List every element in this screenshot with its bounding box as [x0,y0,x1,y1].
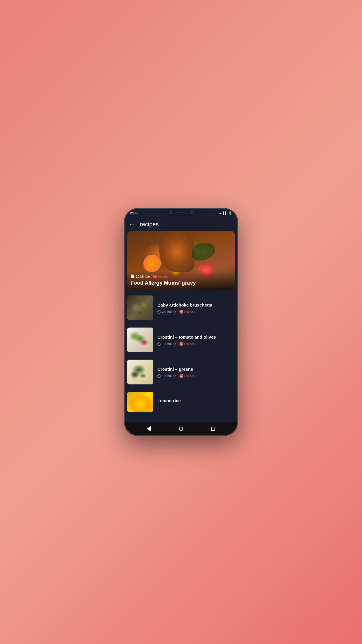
speaker [175,212,187,213]
recipe-meta: 35 Minute recipes [157,310,235,314]
phone-frame: 2:36 ⚙ 🛡 📋 ▲ ▌▌ 🔋 ← recipes [124,208,238,436]
hero-category-label: recipes [158,275,168,278]
signal-icon: ▌▌ [223,211,227,215]
recipe-list: Baby artichoke bruschetta 35 Minute reci… [124,290,238,416]
crostini-tomato-thumbnail-image [127,328,153,352]
nav-back-button[interactable] [144,424,154,434]
crostini-greens-thumbnail-image [127,360,153,384]
recipe-time: 10 Minute [157,342,176,346]
app-content: ← recipes 📄 10 Minute [124,218,238,422]
recipe-info: Crostini – greens 10 Minute recipes [157,366,235,378]
list-item[interactable]: Lemon rice [124,388,238,413]
bottom-nav [124,422,238,436]
food-leaves [192,243,215,260]
recipe-time-label: 10 Minute [162,342,176,346]
recipe-category: recipes [180,374,194,378]
artichoke-thumbnail-image [127,295,153,320]
front-sensor [190,211,193,214]
recipe-meta: 10 Minute recipes [157,342,235,346]
recipe-name: Baby artichoke bruschetta [157,302,235,308]
recipe-category-label: recipes [184,310,194,314]
recipe-thumbnail [127,360,153,384]
back-button[interactable]: ← [129,221,135,228]
status-right: ▲ ▌▌ 🔋 [219,211,232,215]
list-item[interactable]: Crostini – greens 10 Minute recipes [124,356,238,388]
back-triangle-icon [147,426,151,432]
nav-home-button[interactable] [176,424,186,434]
hero-overlay: 📄 10 Minute recipes Food Allergy Mums' g… [127,271,235,290]
hero-title: Food Allergy Mums' gravy [131,280,231,286]
nav-recent-button[interactable] [208,424,218,434]
clock-icon [157,342,161,346]
list-item[interactable]: Baby artichoke bruschetta 35 Minute reci… [124,292,238,324]
recipe-thumbnail [127,392,153,412]
recipe-thumbnail [127,328,153,352]
recipe-category: recipes [180,342,194,346]
recipe-time: 10 Minute [157,374,176,378]
recipe-meta: 10 Minute recipes [157,374,235,378]
clock-icon [157,310,161,314]
home-circle-icon [179,427,183,431]
lemon-thumbnail-image [127,392,153,412]
recipe-time-label: 10 Minute [162,374,176,378]
front-camera [169,211,172,214]
food-orange-slice [143,255,161,272]
recipe-info: Crostini – tomato and olives 10 Minute r… [157,334,235,346]
notch [161,208,201,216]
recipes-icon [180,342,183,346]
hero-time: 📄 10 Minute [131,274,150,278]
hero-time-icon: 📄 [131,274,135,278]
hero-time-label: 10 Minute [136,275,150,278]
app-header: ← recipes [124,218,238,231]
status-time: 2:36 [130,211,138,215]
battery-icon: 🔋 [229,211,232,215]
recipe-time-label: 35 Minute [162,310,176,314]
recipe-time: 35 Minute [157,310,176,314]
recipe-category-label: recipes [184,374,194,378]
recipes-icon [180,374,183,378]
recipe-category-label: recipes [184,342,194,346]
page-title: recipes [140,221,159,228]
recent-square-icon [211,427,215,431]
recipe-name: Lemon rice [157,398,235,404]
clock-icon [157,374,161,378]
hero-category: recipes [153,275,168,278]
hero-meta: 📄 10 Minute recipes [131,274,231,278]
list-item[interactable]: Crostini – tomato and olives 10 Minute r… [124,324,238,356]
hero-card[interactable]: 📄 10 Minute recipes Food Allergy Mums' g… [127,231,235,290]
recipe-info: Lemon rice [157,398,235,406]
wifi-icon: ▲ [219,211,222,215]
hero-book-icon [153,275,157,278]
recipe-name: Crostini – greens [157,366,235,372]
recipe-info: Baby artichoke bruschetta 35 Minute reci… [157,302,235,314]
recipe-category: recipes [180,310,194,314]
food-meat [159,231,194,272]
recipe-name: Crostini – tomato and olives [157,334,235,340]
recipe-thumbnail [127,295,153,320]
recipes-icon [180,310,183,314]
